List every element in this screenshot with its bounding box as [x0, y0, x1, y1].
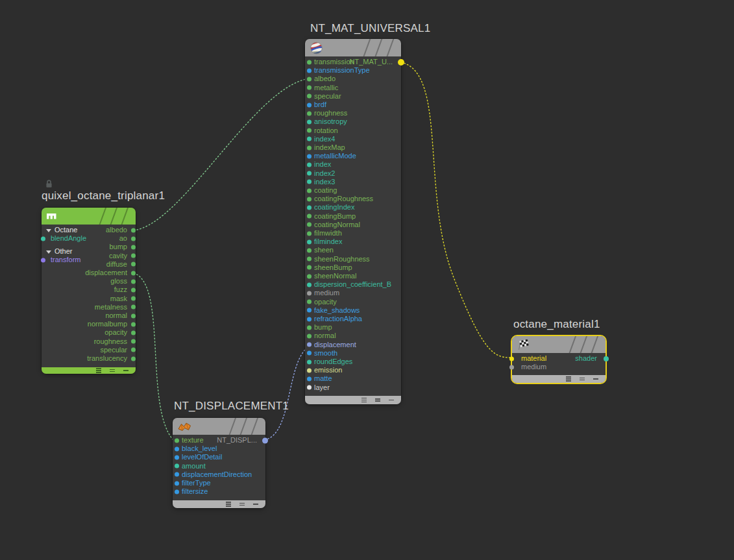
input-connector-black_level[interactable]: [175, 446, 179, 451]
input-connector-smooth[interactable]: [307, 351, 312, 356]
input-connector-normal[interactable]: [307, 334, 312, 338]
input-connector-sheenNormal[interactable]: [307, 274, 312, 278]
output-connector-NT_MAT_UNIVERSAL1[interactable]: [398, 59, 404, 66]
param-row: dispersion_coefficient_B: [305, 280, 401, 289]
info-flag-button[interactable]: [361, 398, 367, 403]
info-flag-button[interactable]: [96, 368, 101, 373]
input-connector-index3[interactable]: [307, 180, 312, 184]
info-flag-button[interactable]: [226, 502, 231, 507]
wire-displacement-texture[interactable]: [134, 273, 173, 440]
node-octane-material1[interactable]: materialshadermedium: [511, 335, 607, 384]
input-connector-coatingRoughness[interactable]: [307, 197, 312, 201]
param-label: index: [314, 160, 331, 169]
output-connector-opacity[interactable]: [131, 330, 136, 335]
input-connector-metallicMode[interactable]: [307, 154, 312, 158]
input-connector-index2[interactable]: [307, 171, 312, 176]
output-connector-normalbump[interactable]: [131, 322, 136, 326]
output-connector-displacement[interactable]: [131, 271, 136, 275]
output-connector-roughness[interactable]: [131, 339, 136, 344]
input-connector-anisotropy[interactable]: [307, 119, 312, 124]
output-connector-specular[interactable]: [131, 348, 136, 352]
template-flag-button[interactable]: [110, 369, 115, 372]
input-connector-refractionAlpha[interactable]: [307, 317, 312, 321]
input-connector-material[interactable]: [509, 356, 514, 361]
input-connector-texture[interactable]: [175, 438, 179, 443]
input-connector-rotation[interactable]: [307, 128, 312, 133]
input-connector-filterType[interactable]: [175, 481, 179, 485]
input-connector-transmissionType[interactable]: [307, 68, 312, 73]
input-connector-bump[interactable]: [307, 325, 312, 330]
wire-material[interactable]: [401, 62, 511, 358]
output-connector-fuzz[interactable]: [131, 287, 136, 292]
input-connector-matte[interactable]: [307, 376, 312, 381]
param-label: translucency: [87, 354, 127, 363]
output-connector-translucency[interactable]: [131, 356, 136, 361]
input-connector-sheen[interactable]: [307, 248, 312, 252]
bypass-flag-button[interactable]: [389, 400, 394, 401]
output-connector-mask[interactable]: [131, 297, 136, 301]
node-nt-mat-universal1[interactable]: transmissionNT_MAT_U...transmissionTypea…: [305, 39, 401, 404]
param-label: matte: [314, 374, 332, 383]
wire-displacement-output[interactable]: [265, 346, 310, 440]
input-connector-filmindex[interactable]: [307, 239, 312, 244]
input-connector-index[interactable]: [307, 162, 312, 167]
output-connector-normal[interactable]: [131, 313, 136, 318]
param-row: sheenBump: [305, 263, 401, 272]
input-connector-metallic[interactable]: [307, 86, 312, 90]
input-connector-fake_shadows[interactable]: [307, 308, 312, 313]
output-connector-NT_DISPLACEMENT1[interactable]: [262, 437, 268, 443]
output-connector-albedo[interactable]: [131, 228, 136, 232]
param-label: filmwidth: [314, 229, 342, 237]
input-connector-filtersize[interactable]: [175, 489, 179, 494]
param-label: layer: [314, 383, 330, 392]
input-connector-transmission[interactable]: [307, 60, 312, 64]
input-connector-index4[interactable]: [307, 137, 312, 141]
input-connector-layer[interactable]: [307, 385, 312, 390]
info-flag-button[interactable]: [566, 376, 571, 382]
bypass-flag-button[interactable]: [123, 370, 128, 371]
input-connector-coatingBump[interactable]: [307, 214, 312, 219]
output-connector-metalness[interactable]: [131, 305, 136, 310]
input-connector-amount[interactable]: [175, 464, 179, 469]
node-nt-displacement1[interactable]: textureNT_DISPL...black_levellevelOfDeta…: [173, 418, 265, 508]
input-connector-coatingIndex[interactable]: [307, 205, 312, 210]
template-flag-button[interactable]: [239, 503, 245, 506]
input-connector-displacement[interactable]: [307, 343, 312, 347]
output-connector-gloss[interactable]: [131, 279, 136, 284]
node-graph-canvas[interactable]: quixel_octane_triplanar1 OctaneblendAngl…: [0, 0, 734, 560]
input-connector-sheenRoughness[interactable]: [307, 257, 312, 262]
wire-albedo[interactable]: [134, 79, 310, 230]
param-label: sheenNormal: [314, 272, 356, 280]
input-connector-indexMap[interactable]: [307, 145, 312, 150]
output-connector-ao[interactable]: [131, 236, 136, 241]
input-connector-albedo[interactable]: [307, 77, 312, 81]
input-connector-displacementDirection[interactable]: [175, 472, 179, 477]
input-connector-roundEdges[interactable]: [307, 359, 312, 364]
node-quixel-octane-triplanar1[interactable]: OctaneblendAngleOthertransformalbedoaobu…: [42, 208, 136, 374]
input-connector-roughness[interactable]: [307, 111, 312, 116]
input-connector-medium[interactable]: [307, 291, 312, 295]
input-connector-medium[interactable]: [509, 365, 514, 369]
input-connector-filmwidth[interactable]: [307, 231, 312, 236]
output-connector-diffuse[interactable]: [131, 262, 136, 267]
input-connector-coating[interactable]: [307, 188, 312, 193]
input-connector-levelOfDetail[interactable]: [175, 455, 179, 459]
param-label: sheenBump: [314, 263, 352, 272]
output-connector-octane_material1[interactable]: [604, 356, 609, 361]
param-label: NT_MAT_U...: [350, 58, 393, 66]
input-connector-coatingNormal[interactable]: [307, 223, 312, 227]
output-connector-cavity[interactable]: [131, 254, 136, 258]
input-connector-dispersion_coefficient_B[interactable]: [307, 282, 312, 287]
template-flag-button[interactable]: [375, 398, 380, 402]
output-connector-bump[interactable]: [131, 245, 136, 249]
input-connector-brdf[interactable]: [307, 103, 312, 107]
input-connector-opacity[interactable]: [307, 300, 312, 304]
template-flag-button[interactable]: [580, 378, 585, 381]
input-connector-sheenBump[interactable]: [307, 265, 312, 270]
bypass-flag-button[interactable]: [253, 504, 258, 505]
input-connector-specular[interactable]: [307, 94, 312, 99]
param-row: textureNT_DISPL...: [173, 436, 265, 444]
bypass-flag-button[interactable]: [593, 378, 598, 380]
input-connector-emission[interactable]: [307, 368, 312, 372]
param-row: albedo: [305, 75, 401, 83]
